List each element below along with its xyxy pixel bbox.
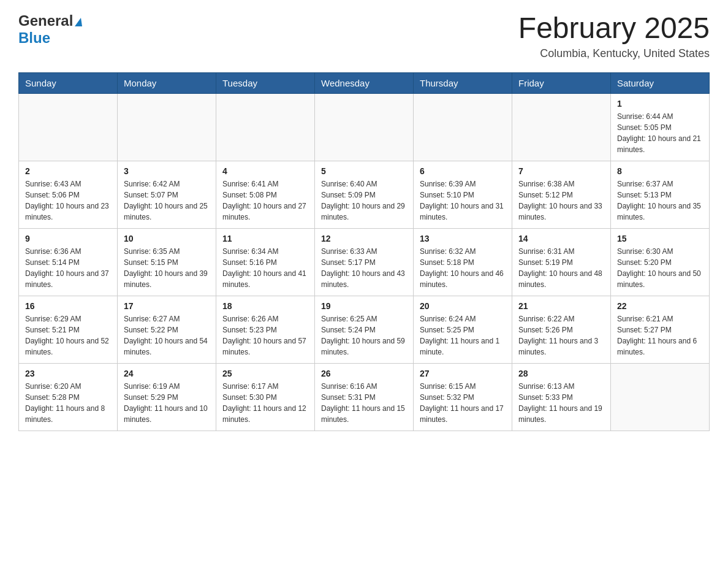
table-row: 24Sunrise: 6:19 AMSunset: 5:29 PMDayligh… [118,363,216,431]
day-number: 3 [124,166,210,176]
day-info: Sunrise: 6:34 AMSunset: 5:16 PMDaylight:… [222,246,308,290]
calendar-header-row: Sunday Monday Tuesday Wednesday Thursday… [19,72,710,93]
day-info: Sunrise: 6:30 AMSunset: 5:20 PMDaylight:… [617,246,703,290]
day-info: Sunrise: 6:32 AMSunset: 5:18 PMDaylight:… [420,246,506,290]
day-number: 17 [124,301,210,311]
day-number: 11 [222,234,308,243]
logo: General Blue [18,12,82,47]
day-number: 4 [222,166,308,176]
calendar-title: February 2025 [518,12,710,45]
day-info: Sunrise: 6:24 AMSunset: 5:25 PMDaylight:… [420,313,506,358]
day-number: 24 [124,369,210,378]
day-number: 10 [124,234,210,243]
table-row: 22Sunrise: 6:21 AMSunset: 5:27 PMDayligh… [611,296,710,363]
table-row: 3Sunrise: 6:42 AMSunset: 5:07 PMDaylight… [118,161,216,228]
logo-triangle-icon [75,18,82,26]
calendar-week-row: 23Sunrise: 6:20 AMSunset: 5:28 PMDayligh… [19,363,710,431]
day-number: 12 [321,234,407,243]
day-info: Sunrise: 6:22 AMSunset: 5:26 PMDaylight:… [518,313,604,358]
day-number: 25 [222,369,308,378]
day-number: 1 [617,99,703,109]
day-number: 7 [518,166,604,176]
day-info: Sunrise: 6:39 AMSunset: 5:10 PMDaylight:… [420,178,506,223]
day-info: Sunrise: 6:20 AMSunset: 5:28 PMDaylight:… [25,381,111,425]
calendar-table: Sunday Monday Tuesday Wednesday Thursday… [18,72,710,431]
table-row: 26Sunrise: 6:16 AMSunset: 5:31 PMDayligh… [315,363,414,431]
day-number: 18 [222,301,308,311]
page-header: General Blue February 2025 Columbia, Ken… [18,12,710,60]
header-thursday: Thursday [414,72,512,93]
day-info: Sunrise: 6:27 AMSunset: 5:22 PMDaylight:… [124,313,210,358]
header-sunday: Sunday [19,72,118,93]
day-number: 15 [617,234,703,243]
table-row: 21Sunrise: 6:22 AMSunset: 5:26 PMDayligh… [512,296,611,363]
day-number: 8 [617,166,703,176]
day-number: 22 [617,301,703,311]
title-section: February 2025 Columbia, Kentucky, United… [518,12,710,60]
table-row: 15Sunrise: 6:30 AMSunset: 5:20 PMDayligh… [611,228,710,296]
table-row: 12Sunrise: 6:33 AMSunset: 5:17 PMDayligh… [315,228,414,296]
day-number: 5 [321,166,407,176]
logo-general-text: General [18,12,73,29]
day-number: 13 [420,234,506,243]
table-row: 7Sunrise: 6:38 AMSunset: 5:12 PMDaylight… [512,161,611,228]
table-row: 11Sunrise: 6:34 AMSunset: 5:16 PMDayligh… [216,228,315,296]
day-info: Sunrise: 6:29 AMSunset: 5:21 PMDaylight:… [25,313,111,358]
calendar-week-row: 2Sunrise: 6:43 AMSunset: 5:06 PMDaylight… [19,161,710,228]
day-info: Sunrise: 6:19 AMSunset: 5:29 PMDaylight:… [124,381,210,425]
header-tuesday: Tuesday [216,72,315,93]
table-row: 18Sunrise: 6:26 AMSunset: 5:23 PMDayligh… [216,296,315,363]
table-row: 28Sunrise: 6:13 AMSunset: 5:33 PMDayligh… [512,363,611,431]
day-info: Sunrise: 6:26 AMSunset: 5:23 PMDaylight:… [222,313,308,358]
table-row: 17Sunrise: 6:27 AMSunset: 5:22 PMDayligh… [118,296,216,363]
calendar-subtitle: Columbia, Kentucky, United States [518,47,710,60]
table-row [611,363,710,431]
day-info: Sunrise: 6:36 AMSunset: 5:14 PMDaylight:… [25,246,111,290]
table-row: 14Sunrise: 6:31 AMSunset: 5:19 PMDayligh… [512,228,611,296]
header-friday: Friday [512,72,611,93]
day-info: Sunrise: 6:35 AMSunset: 5:15 PMDaylight:… [124,246,210,290]
table-row: 6Sunrise: 6:39 AMSunset: 5:10 PMDaylight… [414,161,512,228]
table-row: 23Sunrise: 6:20 AMSunset: 5:28 PMDayligh… [19,363,118,431]
header-wednesday: Wednesday [315,72,414,93]
day-number: 21 [518,301,604,311]
day-number: 9 [25,234,111,243]
table-row: 10Sunrise: 6:35 AMSunset: 5:15 PMDayligh… [118,228,216,296]
table-row [118,93,216,161]
table-row: 27Sunrise: 6:15 AMSunset: 5:32 PMDayligh… [414,363,512,431]
day-info: Sunrise: 6:42 AMSunset: 5:07 PMDaylight:… [124,178,210,223]
day-info: Sunrise: 6:40 AMSunset: 5:09 PMDaylight:… [321,178,407,223]
day-info: Sunrise: 6:25 AMSunset: 5:24 PMDaylight:… [321,313,407,358]
day-number: 23 [25,369,111,378]
header-monday: Monday [118,72,216,93]
day-info: Sunrise: 6:44 AMSunset: 5:05 PMDaylight:… [617,111,703,155]
table-row [512,93,611,161]
table-row [216,93,315,161]
logo-blue-text: Blue [18,29,50,46]
day-number: 2 [25,166,111,176]
day-number: 16 [25,301,111,311]
day-info: Sunrise: 6:15 AMSunset: 5:32 PMDaylight:… [420,381,506,425]
table-row [315,93,414,161]
header-saturday: Saturday [611,72,710,93]
day-number: 14 [518,234,604,243]
day-info: Sunrise: 6:43 AMSunset: 5:06 PMDaylight:… [25,178,111,223]
table-row: 4Sunrise: 6:41 AMSunset: 5:08 PMDaylight… [216,161,315,228]
calendar-week-row: 1Sunrise: 6:44 AMSunset: 5:05 PMDaylight… [19,93,710,161]
table-row: 5Sunrise: 6:40 AMSunset: 5:09 PMDaylight… [315,161,414,228]
calendar-week-row: 16Sunrise: 6:29 AMSunset: 5:21 PMDayligh… [19,296,710,363]
day-number: 27 [420,369,506,378]
table-row: 19Sunrise: 6:25 AMSunset: 5:24 PMDayligh… [315,296,414,363]
table-row [19,93,118,161]
calendar-week-row: 9Sunrise: 6:36 AMSunset: 5:14 PMDaylight… [19,228,710,296]
table-row: 8Sunrise: 6:37 AMSunset: 5:13 PMDaylight… [611,161,710,228]
day-info: Sunrise: 6:17 AMSunset: 5:30 PMDaylight:… [222,381,308,425]
table-row: 13Sunrise: 6:32 AMSunset: 5:18 PMDayligh… [414,228,512,296]
day-info: Sunrise: 6:13 AMSunset: 5:33 PMDaylight:… [518,381,604,425]
day-number: 28 [518,369,604,378]
table-row: 16Sunrise: 6:29 AMSunset: 5:21 PMDayligh… [19,296,118,363]
table-row: 9Sunrise: 6:36 AMSunset: 5:14 PMDaylight… [19,228,118,296]
day-info: Sunrise: 6:31 AMSunset: 5:19 PMDaylight:… [518,246,604,290]
table-row [414,93,512,161]
day-number: 6 [420,166,506,176]
